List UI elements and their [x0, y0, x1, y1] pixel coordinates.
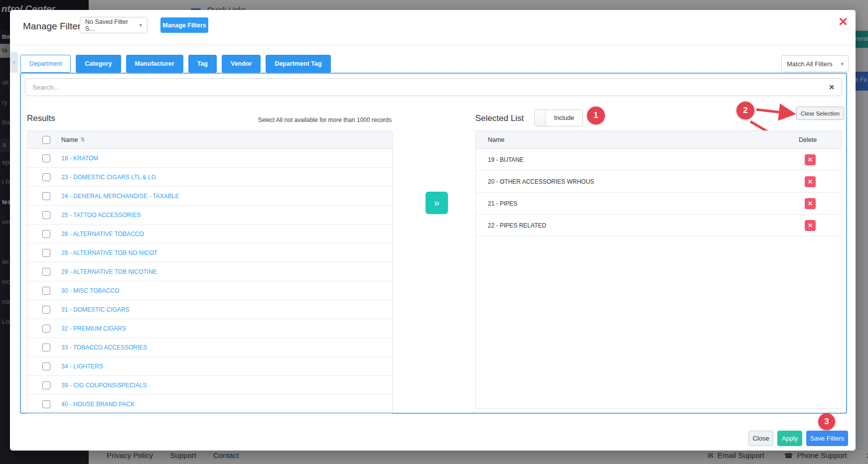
- selected-row: 20 - OTHER ACCESSORIES WRHOUS✕: [476, 171, 842, 193]
- selected-item-name: 21 - PIPES: [476, 200, 793, 207]
- row-checkbox[interactable]: [42, 325, 50, 333]
- results-name-header: Name: [61, 136, 78, 143]
- row-checkbox[interactable]: [42, 362, 50, 370]
- result-item-link[interactable]: 28 - ALTERNATIVE TOB NO NICOT: [61, 249, 157, 256]
- row-checkbox[interactable]: [42, 306, 50, 314]
- result-item-link[interactable]: 31 - DOMESTIC CIGARS: [61, 306, 130, 313]
- apply-button[interactable]: Apply: [777, 431, 802, 446]
- saved-filter-select[interactable]: No Saved Filter S... ▾: [80, 17, 147, 33]
- result-item-link[interactable]: 30 - MISC TOBACCO: [61, 287, 119, 294]
- select-all-note: Select All not available for more than 1…: [258, 116, 392, 123]
- result-item-link[interactable]: 28 - ALTERNATIVE TOBACCO: [61, 231, 144, 237]
- row-checkbox[interactable]: [42, 287, 50, 295]
- results-row: 32 - PREMIUM CIGARS: [27, 319, 392, 338]
- results-row: 33 - TOBACCO ACCESSORIES: [27, 338, 392, 357]
- close-icon[interactable]: ✕: [838, 16, 848, 28]
- result-item-link[interactable]: 32 - PREMIUM CIGARS: [61, 325, 126, 332]
- result-item-link[interactable]: 34 - LIGHTERS: [61, 363, 103, 370]
- move-to-selected-button[interactable]: »: [426, 192, 448, 214]
- selected-table-body: 19 - BUTANE✕20 - OTHER ACCESSORIES WRHOU…: [476, 149, 842, 236]
- annotation-badge-3: 3: [818, 413, 835, 430]
- results-table: Name ⇅ 18 - KRATOM23 - DOMESTIC CIGARS L…: [27, 130, 393, 413]
- selected-delete-header: Delete: [793, 136, 842, 143]
- result-item-link[interactable]: 40 - HOUSE BRAND PACK: [61, 401, 135, 408]
- manage-filters-button[interactable]: Manage Filters: [160, 17, 208, 33]
- row-checkbox[interactable]: [42, 400, 50, 408]
- result-item-link[interactable]: 39 - CIG COUPONS\SPECIALS: [61, 382, 146, 389]
- select-all-checkbox[interactable]: [42, 136, 50, 144]
- selected-name-header: Name: [476, 136, 793, 143]
- row-checkbox[interactable]: [42, 381, 50, 389]
- results-row: 25 - TATTOO ACCESSORIES: [27, 206, 392, 225]
- row-checkbox[interactable]: [42, 230, 50, 238]
- annotation-badge-1: 1: [587, 107, 605, 124]
- results-row: 39 - CIG COUPONS\SPECIALS: [27, 376, 392, 395]
- clear-selection-button[interactable]: Clear Selection: [796, 107, 844, 120]
- delete-icon[interactable]: ✕: [805, 198, 816, 209]
- selected-row: 19 - BUTANE✕: [476, 149, 842, 171]
- header-divider: [10, 45, 856, 45]
- results-row: 34 - LIGHTERS: [27, 357, 392, 376]
- selected-row: 21 - PIPES✕: [476, 193, 842, 215]
- tab-vendor[interactable]: Vendor: [222, 55, 261, 73]
- search-input[interactable]: [25, 84, 822, 91]
- include-toggle[interactable]: Include: [534, 110, 583, 126]
- results-row: 23 - DOMESTIC CIGARS LTL & LG: [27, 168, 392, 187]
- results-row: 24 - GENERAL MERCHANDISE - TAXABLE: [27, 187, 392, 206]
- close-button[interactable]: Close: [748, 431, 773, 446]
- row-checkbox[interactable]: [42, 268, 50, 276]
- results-row: 31 - DOMESTIC CIGARS: [27, 300, 392, 319]
- match-filters-select[interactable]: Match All Filters ▾: [781, 55, 849, 72]
- selected-item-name: 22 - PIPES RELATED: [476, 222, 793, 229]
- selected-item-name: 20 - OTHER ACCESSORIES WRHOUS: [476, 178, 793, 185]
- results-row: 30 - MISC TOBACCO: [27, 281, 392, 300]
- result-item-link[interactable]: 33 - TOBACCO ACCESSORIES: [61, 344, 147, 351]
- annotation-badge-2: 2: [736, 102, 754, 119]
- row-checkbox[interactable]: [42, 344, 50, 351]
- manage-filters-modal: Manage Filters No Saved Filter S... ▾ Ma…: [10, 10, 856, 451]
- tab-tag[interactable]: Tag: [188, 55, 217, 73]
- delete-icon[interactable]: ✕: [805, 220, 816, 231]
- match-filters-select-value: Match All Filters: [787, 60, 833, 68]
- selected-table: Name Delete 19 - BUTANE✕20 - OTHER ACCES…: [475, 130, 842, 409]
- tab-department-tag[interactable]: Department Tag: [266, 55, 330, 73]
- tab-department[interactable]: Department: [20, 55, 71, 73]
- results-table-body: 18 - KRATOM23 - DOMESTIC CIGARS LTL & LG…: [27, 149, 392, 414]
- tab-manufacturer[interactable]: Manufacturer: [126, 55, 183, 73]
- result-item-link[interactable]: 18 - KRATOM: [61, 155, 98, 162]
- include-label: Include: [546, 115, 582, 121]
- selected-row: 22 - PIPES RELATED✕: [476, 215, 842, 236]
- results-row: 28 - ALTERNATIVE TOB NO NICOT: [27, 243, 392, 262]
- selected-table-header: Name Delete: [476, 131, 842, 149]
- saved-filter-select-value: No Saved Filter S...: [85, 18, 135, 32]
- result-item-link[interactable]: 25 - TATTOO ACCESSORIES: [61, 212, 141, 219]
- row-checkbox[interactable]: [42, 154, 50, 162]
- result-item-link[interactable]: 24 - GENERAL MERCHANDISE - TAXABLE: [61, 193, 179, 200]
- row-checkbox[interactable]: [42, 249, 50, 257]
- modal-title: Manage Filters: [23, 21, 86, 32]
- chevron-down-icon: ▾: [841, 61, 844, 67]
- result-item-link[interactable]: 23 - DOMESTIC CIGARS LTL & LG: [61, 174, 156, 181]
- search-clear-icon[interactable]: ✕: [822, 83, 842, 91]
- sort-icon[interactable]: ⇅: [80, 136, 85, 143]
- results-heading: Results: [27, 114, 55, 123]
- row-checkbox[interactable]: [42, 192, 50, 200]
- search-field: ✕: [25, 78, 842, 96]
- results-row: 40 - HOUSE BRAND PACK: [27, 395, 392, 414]
- results-row: 28 - ALTERNATIVE TOBACCO: [27, 225, 392, 243]
- result-item-link[interactable]: 29 - ALTERNATIVE TOB NICOTINE: [61, 268, 157, 275]
- tab-category[interactable]: Category: [76, 55, 121, 73]
- save-filters-button[interactable]: Save Filters: [806, 431, 848, 446]
- results-table-header: Name ⇅: [27, 131, 392, 149]
- row-checkbox[interactable]: [42, 211, 50, 219]
- selected-item-name: 19 - BUTANE: [476, 156, 793, 163]
- filter-tabs: DepartmentCategoryManufacturerTagVendorD…: [20, 55, 331, 73]
- filter-body-container: ✕ Results Select All not available for m…: [20, 73, 847, 414]
- include-toggle-knob: [535, 110, 546, 126]
- chevron-down-icon: ▾: [139, 22, 142, 28]
- results-row: 18 - KRATOM: [27, 149, 392, 168]
- sidebar-collapse-icon: ‹: [10, 52, 18, 73]
- row-checkbox[interactable]: [42, 173, 50, 181]
- delete-icon[interactable]: ✕: [805, 176, 816, 187]
- delete-icon[interactable]: ✕: [805, 154, 816, 165]
